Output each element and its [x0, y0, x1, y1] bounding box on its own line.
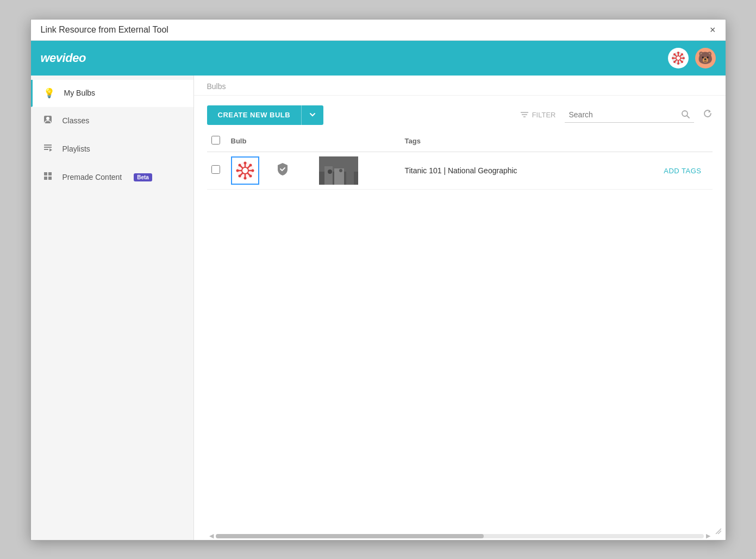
svg-point-5 [677, 52, 679, 54]
nat-geo-image [319, 156, 358, 185]
shield-icon [274, 164, 291, 180]
add-tags-button[interactable]: ADD TAGS [664, 167, 701, 175]
logo: wevideo [41, 51, 86, 65]
main-body: 💡 My Bulbs Classes Playlists Premade C [31, 76, 726, 540]
search-input[interactable] [569, 110, 678, 119]
nat-geo-thumb-cell: NG [315, 152, 401, 189]
refresh-icon [703, 109, 713, 118]
table-row: NG [207, 152, 713, 189]
resize-handle[interactable] [714, 526, 721, 536]
filter-area: FILTER [520, 111, 556, 119]
scroll-bar-area: ◀ ▶ [194, 532, 726, 540]
dialog-title-bar: Link Resource from External Tool × [31, 20, 726, 41]
bulb-column-header: Bulb [227, 130, 401, 152]
svg-rect-21 [48, 172, 52, 175]
avatar-snowflake[interactable] [668, 48, 689, 68]
svg-point-6 [677, 62, 679, 65]
sidebar-item-label: My Bulbs [64, 89, 96, 97]
shield-cell [270, 152, 315, 189]
svg-point-7 [672, 57, 674, 59]
header-checkbox-cell [207, 130, 227, 152]
sidebar-item-label: Classes [63, 116, 90, 125]
row-checkbox-cell [207, 152, 227, 189]
filter-label[interactable]: FILTER [532, 111, 556, 119]
svg-line-28 [687, 116, 689, 118]
svg-point-49 [339, 169, 342, 172]
create-button-group: CREATE NEW BULB [207, 105, 324, 125]
sidebar-item-playlists[interactable]: Playlists [31, 135, 193, 164]
premade-icon [42, 171, 54, 184]
svg-rect-22 [44, 177, 47, 180]
search-icon [681, 110, 690, 120]
sidebar-item-classes[interactable]: Classes [31, 107, 193, 135]
toolbar: CREATE NEW BULB FILTER [194, 96, 726, 130]
svg-rect-46 [334, 168, 344, 185]
svg-point-40 [249, 164, 252, 166]
bulb-name-cell: Titanic 101 | National Geographic [401, 152, 618, 189]
nat-geo-thumbnail: NG [319, 156, 358, 185]
horizontal-scrollbar[interactable]: ◀ ▶ [207, 532, 713, 540]
app-header: wevideo [31, 41, 726, 76]
scroll-track [216, 534, 704, 538]
row-checkbox[interactable] [211, 165, 220, 174]
bulb-thumb-icon [235, 161, 255, 180]
create-new-bulb-button[interactable]: CREATE NEW BULB [207, 105, 302, 125]
svg-point-48 [328, 169, 332, 174]
tags-cell: ADD TAGS [617, 152, 712, 189]
sidebar: 💡 My Bulbs Classes Playlists Premade C [31, 76, 194, 540]
sidebar-item-label: Playlists [63, 145, 90, 153]
svg-point-38 [238, 164, 241, 166]
close-button[interactable]: × [710, 25, 716, 35]
select-all-checkbox[interactable] [211, 136, 220, 145]
sidebar-item-label: Premade Content [63, 173, 122, 181]
tags-column-header: Tags [401, 130, 618, 152]
svg-point-8 [683, 57, 685, 59]
create-dropdown-button[interactable] [301, 105, 323, 125]
svg-rect-23 [48, 177, 52, 180]
logo-we: we [41, 51, 56, 65]
svg-point-42 [242, 167, 248, 174]
search-box [565, 108, 694, 123]
svg-rect-20 [44, 172, 47, 175]
svg-point-36 [236, 169, 239, 172]
dialog-window: Link Resource from External Tool × wevid… [30, 19, 726, 541]
svg-marker-19 [49, 148, 52, 152]
svg-point-35 [243, 177, 246, 179]
header-icons: 🐻 [668, 48, 716, 68]
dialog-title: Link Resource from External Tool [41, 25, 168, 35]
svg-rect-47 [346, 165, 354, 185]
beta-badge: Beta [134, 173, 152, 181]
svg-point-34 [243, 161, 246, 164]
svg-point-11 [681, 53, 683, 55]
playlists-icon [42, 143, 54, 155]
refresh-button[interactable] [703, 109, 713, 121]
bulbs-table: Bulb Tags [207, 130, 713, 190]
svg-rect-45 [324, 166, 333, 185]
content-area: Bulbs CREATE NEW BULB FILTER [194, 76, 726, 540]
filter-icon [520, 111, 529, 119]
scroll-right-arrow[interactable]: ▶ [704, 532, 713, 539]
classes-icon [42, 115, 54, 127]
avatar-bear[interactable]: 🐻 [695, 48, 716, 68]
chevron-down-icon [309, 111, 316, 118]
svg-point-12 [673, 61, 676, 63]
table-area: Bulb Tags [194, 130, 726, 532]
scroll-left-arrow[interactable]: ◀ [207, 532, 216, 539]
bulb-thumbnail[interactable] [231, 156, 259, 185]
scroll-thumb[interactable] [216, 534, 484, 538]
sidebar-item-premade-content[interactable]: Premade Content Beta [31, 164, 193, 192]
bulb-icon-cell [227, 152, 270, 189]
svg-point-13 [676, 56, 680, 60]
svg-point-9 [673, 53, 676, 55]
logo-video: video [56, 51, 86, 65]
snowflake-icon [671, 51, 685, 65]
svg-point-39 [249, 174, 252, 177]
bulb-name: Titanic 101 | National Geographic [405, 166, 517, 175]
svg-point-10 [681, 61, 683, 63]
svg-point-37 [251, 169, 254, 172]
svg-point-15 [46, 117, 49, 120]
bulb-icon: 💡 [43, 87, 55, 99]
breadcrumb: Bulbs [194, 76, 726, 96]
svg-point-41 [238, 174, 241, 177]
sidebar-item-my-bulbs[interactable]: 💡 My Bulbs [31, 80, 193, 107]
